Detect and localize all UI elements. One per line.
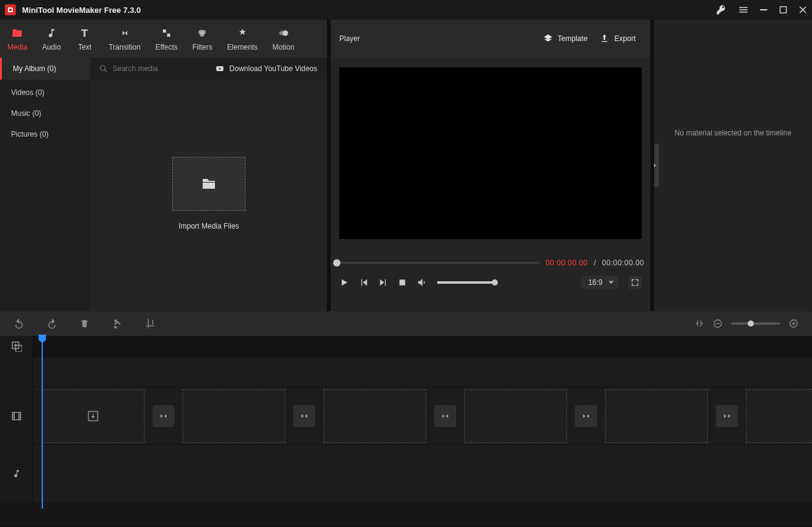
minimize-button[interactable] <box>760 6 769 14</box>
tab-transition[interactable]: Transition <box>101 20 148 58</box>
undo-button[interactable] <box>13 318 24 329</box>
film-icon <box>11 411 22 422</box>
transition-slot[interactable] <box>575 405 597 427</box>
sidebar-item-my-album[interactable]: My Album (0) <box>0 58 91 80</box>
tab-media[interactable]: Media <box>0 20 35 58</box>
video-track[interactable] <box>33 387 812 445</box>
time-total: 00:00:00.00 <box>602 259 644 267</box>
delete-button[interactable] <box>80 318 89 329</box>
text-track-gutter <box>0 357 33 387</box>
template-button[interactable]: Template <box>537 30 594 47</box>
prev-frame-button[interactable] <box>359 278 369 287</box>
seek-slider[interactable] <box>337 262 539 264</box>
text-track[interactable] <box>33 357 812 387</box>
clip-slot[interactable] <box>323 389 426 443</box>
import-clip-icon <box>87 410 99 422</box>
audio-track[interactable] <box>33 445 812 502</box>
svg-rect-21 <box>12 412 21 420</box>
player-panel: Player Template Export 00:00:00.00 / 00:… <box>331 20 650 311</box>
timeline-ruler[interactable] <box>33 336 812 357</box>
fullscreen-button[interactable] <box>628 276 642 289</box>
next-frame-button[interactable] <box>378 278 388 287</box>
time-separator: / <box>594 259 596 267</box>
media-area: Import Media Files <box>91 80 327 311</box>
app-logo <box>5 4 16 15</box>
music-note-icon <box>46 27 57 39</box>
volume-button[interactable] <box>416 277 427 288</box>
zoom-in-button[interactable] <box>789 319 799 328</box>
volume-slider[interactable] <box>437 281 495 284</box>
layers-icon <box>543 34 553 44</box>
chevron-right-icon <box>654 162 657 169</box>
window-title: MiniTool MovieMaker Free 7.3.0 <box>22 6 716 15</box>
video-preview <box>339 67 642 239</box>
tab-effects-label: Effects <box>156 43 178 51</box>
transition-slot[interactable] <box>152 405 175 427</box>
time-current: 00:00:00.00 <box>546 259 588 267</box>
tab-filters[interactable]: Filters <box>185 20 220 58</box>
svg-point-6 <box>200 32 205 37</box>
fit-timeline-button[interactable] <box>694 318 704 329</box>
folder-icon <box>200 176 217 191</box>
export-button[interactable]: Export <box>593 30 642 47</box>
titlebar: MiniTool MovieMaker Free 7.3.0 <box>0 0 812 20</box>
tab-elements-label: Elements <box>227 43 258 51</box>
sidebar-item-pictures[interactable]: Pictures (0) <box>0 124 91 145</box>
zoom-out-button[interactable] <box>713 319 723 328</box>
timeline <box>0 336 812 526</box>
sidebar-item-music[interactable]: Music (0) <box>0 103 91 124</box>
download-youtube-label: Download YouTube Videos <box>230 64 317 73</box>
play-button[interactable] <box>339 278 349 287</box>
add-track-button[interactable] <box>0 336 33 357</box>
menu-icon[interactable] <box>738 4 749 15</box>
tab-filters-label: Filters <box>192 43 212 51</box>
export-icon <box>600 34 609 44</box>
svg-rect-1 <box>780 6 786 12</box>
main-tabs: Media Audio Text Transition Effects Filt… <box>0 20 327 58</box>
timeline-toolbar <box>0 311 812 336</box>
playhead[interactable] <box>42 336 43 509</box>
clip-slot[interactable] <box>746 389 812 443</box>
clip-slot[interactable] <box>42 389 145 443</box>
tab-transition-label: Transition <box>108 43 140 51</box>
svg-rect-3 <box>167 34 170 37</box>
transition-slot[interactable] <box>716 405 738 427</box>
transition-slot[interactable] <box>293 405 315 427</box>
transition-slot[interactable] <box>434 405 456 427</box>
aspect-ratio-select[interactable]: 16:9 <box>581 276 618 289</box>
zoom-slider[interactable] <box>731 322 780 325</box>
svg-rect-13 <box>716 323 720 324</box>
tab-effects[interactable]: Effects <box>148 20 185 58</box>
close-button[interactable] <box>799 6 807 14</box>
folder-icon <box>11 27 23 39</box>
media-panel: Media Audio Text Transition Effects Filt… <box>0 20 327 311</box>
split-button[interactable] <box>111 318 122 329</box>
redo-button[interactable] <box>47 318 58 329</box>
effects-icon <box>161 27 172 39</box>
key-icon[interactable] <box>716 4 727 15</box>
clip-slot[interactable] <box>464 389 567 443</box>
tab-text[interactable]: Text <box>68 20 101 58</box>
svg-rect-2 <box>163 29 166 32</box>
clip-slot[interactable] <box>182 389 285 443</box>
stop-button[interactable] <box>398 278 407 287</box>
tab-elements[interactable]: Elements <box>220 20 265 58</box>
maximize-button[interactable] <box>780 6 788 14</box>
sidebar-item-videos[interactable]: Videos (0) <box>0 82 91 103</box>
search-icon <box>99 64 108 73</box>
svg-point-9 <box>279 32 282 35</box>
properties-panel: No material selected on the timeline <box>654 20 812 311</box>
search-box[interactable] <box>91 58 215 80</box>
player-title: Player <box>339 34 537 43</box>
elements-icon <box>237 27 248 39</box>
crop-button[interactable] <box>145 318 156 329</box>
clip-slot[interactable] <box>605 389 708 443</box>
import-media-button[interactable] <box>172 157 246 211</box>
search-input[interactable] <box>113 64 186 73</box>
properties-empty-label: No material selected on the timeline <box>675 129 792 137</box>
tab-audio[interactable]: Audio <box>35 20 69 58</box>
tab-motion[interactable]: Motion <box>265 20 302 58</box>
collapse-properties-handle[interactable] <box>654 144 659 187</box>
svg-rect-0 <box>760 9 767 10</box>
download-youtube-link[interactable]: Download YouTube Videos <box>215 58 327 80</box>
